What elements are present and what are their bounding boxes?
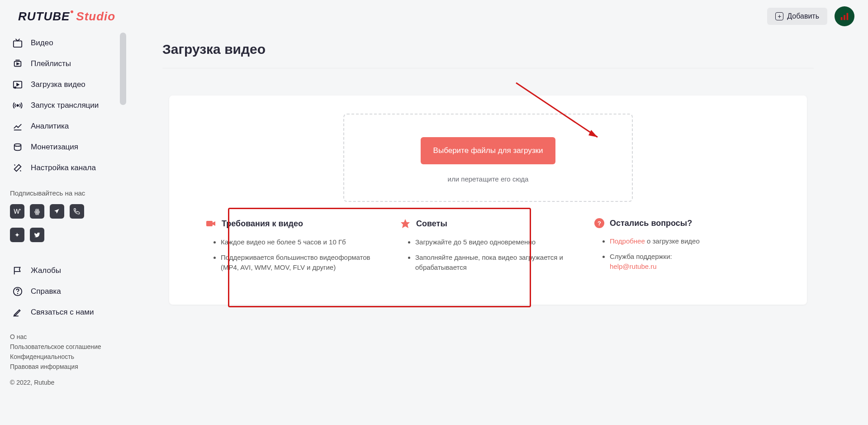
svg-marker-8: [17, 83, 19, 86]
select-files-button[interactable]: Выберите файлы для загрузки: [421, 137, 556, 164]
subscribe-title: Подписывайтесь на нас: [0, 178, 126, 202]
svg-point-10: [17, 105, 19, 106]
sidebar-item-settings[interactable]: Настройка канала: [7, 158, 123, 178]
sidebar-item-label: Жалобы: [31, 266, 61, 275]
sidebar-item-playlists[interactable]: Плейлисты: [7, 53, 123, 74]
logo-dot: [71, 10, 73, 13]
sidebar-item-label: Плейлисты: [31, 59, 71, 68]
list-item: Служба поддержки: help@rutube.ru: [610, 252, 771, 272]
broadcast-icon: [13, 100, 23, 110]
svg-marker-21: [213, 221, 215, 226]
support-email-link[interactable]: help@rutube.ru: [610, 263, 657, 270]
vk-icon: Ⱳ: [14, 208, 21, 215]
more-link[interactable]: Подробнее: [610, 237, 645, 245]
footer-copyright: © 2022, Rutube: [0, 372, 126, 386]
svg-rect-20: [206, 221, 213, 226]
star-icon: [400, 218, 411, 229]
list-item: Поддерживается большинство видеоформатов…: [221, 253, 382, 272]
sidebar-item-video[interactable]: Видео: [7, 33, 123, 53]
svg-line-14: [20, 171, 21, 172]
svg-marker-19: [588, 130, 598, 137]
social-viber[interactable]: [70, 204, 84, 219]
list-item: Загружайте до 5 видео одновременно: [415, 237, 576, 247]
support-label: Служба поддержки:: [610, 253, 672, 260]
sidebar-item-label: Загрузка видео: [31, 80, 85, 89]
social-twitter[interactable]: [30, 228, 44, 242]
telegram-icon: [54, 208, 60, 215]
upload-card: Выберите файлы для загрузки или перетащи…: [169, 96, 807, 305]
twitter-icon: [34, 232, 40, 238]
info-requirements-title: Требования к видео: [222, 219, 303, 229]
zen-icon: ✦: [14, 231, 20, 239]
more-text: о загрузке видео: [645, 237, 700, 245]
sidebar-item-label: Запуск трансляции: [31, 101, 99, 110]
footer-link-terms[interactable]: Пользовательское соглашение: [10, 342, 126, 352]
info-tips-list: Загружайте до 5 видео одновременно Запол…: [400, 237, 576, 272]
logo[interactable]: RUTUBE Studio: [18, 10, 115, 24]
avatar-chart-icon: [840, 11, 849, 21]
svg-rect-3: [14, 41, 22, 47]
logo-text-red: Studio: [76, 10, 115, 24]
info-questions-list: Подробнее о загрузке видео Служба поддер…: [594, 236, 771, 271]
tv-icon: [13, 38, 23, 48]
footer-link-privacy[interactable]: Конфиденциальность: [10, 352, 126, 362]
svg-point-16: [18, 293, 18, 294]
info-requirements-list: Каждое видео не более 5 часов и 10 Гб По…: [205, 237, 382, 272]
sidebar-bottom-nav: Жалобы Справка Связаться с нами: [0, 260, 126, 323]
social-row-1: Ⱳ ꙮ: [0, 202, 126, 220]
info-questions-title: Остались вопросы?: [610, 219, 692, 228]
footer-link-legal[interactable]: Правовая информация: [10, 362, 126, 372]
sidebar-item-label: Настройка канала: [31, 163, 96, 172]
social-row-2: ✦: [0, 226, 126, 244]
footer-link-about[interactable]: О нас: [10, 332, 126, 342]
page-title: Загрузка видео: [162, 42, 814, 68]
svg-line-18: [516, 83, 598, 137]
svg-line-13: [14, 165, 15, 166]
sidebar-item-contact[interactable]: Связаться с нами: [7, 302, 123, 323]
question-icon: ?: [594, 218, 604, 228]
social-ok[interactable]: ꙮ: [30, 204, 44, 219]
analytics-icon: [13, 121, 23, 131]
upload-dropzone[interactable]: Выберите файлы для загрузки или перетащи…: [343, 114, 633, 202]
sidebar-scrollbar[interactable]: [120, 33, 126, 105]
add-button-label: Добавить: [787, 12, 819, 20]
sidebar-item-stream[interactable]: Запуск трансляции: [7, 95, 123, 116]
list-item: Заполняйте данные, пока видео загружаетс…: [415, 253, 576, 272]
sidebar-item-analytics[interactable]: Аналитика: [7, 116, 123, 137]
sidebar-item-label: Видео: [31, 38, 53, 48]
sidebar-item-upload[interactable]: Загрузка видео: [7, 74, 123, 95]
main-content: Загрузка видео Выберите файлы для загруз…: [126, 33, 868, 425]
sidebar-item-monetization[interactable]: Монетизация: [7, 137, 123, 158]
svg-marker-22: [401, 219, 410, 228]
avatar[interactable]: [835, 6, 854, 26]
add-button[interactable]: + Добавить: [767, 8, 827, 25]
sidebar: Видео Плейлисты Загрузка видео Запуск тр…: [0, 33, 126, 425]
logo-text-black: RUTUBE: [18, 10, 70, 24]
list-item: Каждое видео не более 5 часов и 10 Гб: [221, 237, 382, 247]
sidebar-item-complaints[interactable]: Жалобы: [7, 260, 123, 281]
edit-icon: [13, 307, 23, 317]
app-header: RUTUBE Studio + Добавить: [0, 0, 868, 33]
sidebar-item-label: Справка: [31, 287, 61, 296]
footer-links: О нас Пользовательское соглашение Конфид…: [0, 323, 126, 372]
svg-rect-1: [844, 15, 845, 20]
social-telegram[interactable]: [50, 204, 64, 219]
viber-icon: [74, 208, 80, 215]
sidebar-nav: Видео Плейлисты Загрузка видео Запуск тр…: [0, 33, 126, 178]
social-vk[interactable]: Ⱳ: [10, 204, 24, 219]
sidebar-item-label: Связаться с нами: [31, 308, 94, 317]
sidebar-item-label: Аналитика: [31, 122, 69, 131]
svg-point-12: [14, 144, 21, 147]
svg-rect-0: [841, 17, 843, 20]
info-tips: Советы Загружайте до 5 видео одновременн…: [400, 218, 576, 277]
playlist-icon: [13, 59, 23, 69]
info-requirements: Требования к видео Каждое видео не более…: [205, 218, 382, 277]
sidebar-item-help[interactable]: Справка: [7, 281, 123, 302]
camera-icon: [205, 218, 216, 229]
info-tips-title: Советы: [416, 219, 447, 229]
header-right: + Добавить: [767, 6, 854, 26]
upload-video-icon: [13, 80, 23, 90]
ok-icon: ꙮ: [34, 208, 40, 215]
drop-hint: или перетащите его сюда: [448, 175, 529, 183]
social-zen[interactable]: ✦: [10, 228, 24, 242]
